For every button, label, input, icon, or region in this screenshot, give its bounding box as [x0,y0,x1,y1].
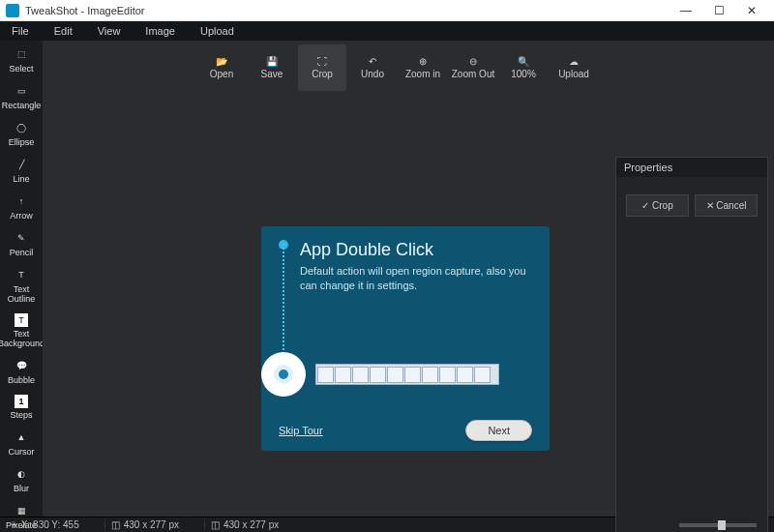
maximize-button[interactable]: ☐ [702,0,735,21]
tool-rectangle[interactable]: ▭Rectangle [0,79,43,116]
line-icon: ╱ [14,157,29,172]
tool-arrow[interactable]: ↑Arrow [0,190,43,226]
save-button[interactable]: 💾Save [248,44,296,91]
tool-blur[interactable]: ◐Blur [0,462,43,499]
pencil-icon: ✎ [14,230,29,246]
tour-title: App Double Click [300,240,532,260]
undo-icon: ↶ [369,56,376,67]
rectangle-icon: ▭ [14,83,29,99]
tool-bubble[interactable]: 💬Bubble [0,354,43,391]
upload-icon: ☁ [569,56,579,67]
text-bg-icon: T [15,313,28,327]
text-outline-icon: T [14,267,29,282]
tool-steps[interactable]: 1Steps [0,391,43,426]
ellipse-icon: ◯ [14,120,29,135]
status-dimensions-1: ◫430 x 277 px [104,519,185,530]
minimize-button[interactable]: — [670,0,702,21]
properties-crop-button[interactable]: ✓ Crop [626,194,689,217]
tool-cursor[interactable]: ▲Cursor [0,426,43,462]
blur-icon: ◐ [14,466,29,482]
arrow-icon: ↑ [14,193,29,209]
window-title: TweakShot - ImageEditor [25,5,670,16]
tour-popup: App Double Click Default action will ope… [261,226,550,451]
select-icon: ⬚ [14,46,29,62]
zoom-thumb[interactable] [718,520,726,530]
cursor-icon: ▲ [14,429,29,445]
tool-pencil[interactable]: ✎Pencil [0,226,43,263]
menu-edit[interactable]: Edit [46,23,80,39]
properties-header: Properties [616,158,767,177]
tour-tray-illustration [315,364,499,385]
save-icon: 💾 [266,56,278,67]
app-icon [6,4,19,17]
tour-body: Default action will open region capture,… [300,264,532,293]
undo-button[interactable]: ↶Undo [348,44,397,91]
canvas-area[interactable]: App Double Click Default action will ope… [43,95,774,517]
tool-line[interactable]: ╱Line [0,153,43,190]
dimensions-icon: ◫ [111,519,120,530]
status-dimensions-2: ◫430 x 277 px [204,519,284,530]
zoom-out-icon: ⊖ [469,56,477,67]
app-tray-icon [274,365,293,384]
skip-tour-link[interactable]: Skip Tour [279,425,323,436]
tour-highlight-circle [261,352,306,397]
tool-text-background[interactable]: TText Background [0,310,43,354]
bubble-icon: 💬 [14,358,29,373]
zoom-out-button[interactable]: ⊖Zoom Out [449,44,497,91]
next-button[interactable]: Next [465,420,532,441]
zoom-slider[interactable] [679,523,757,527]
dimensions-icon: ◫ [211,519,220,530]
menu-upload[interactable]: Upload [193,23,242,39]
steps-icon: 1 [15,395,28,408]
menu-image[interactable]: Image [137,23,183,39]
crop-icon: ⛶ [317,56,327,67]
main-toolbar: 📂Open 💾Save ⛶Crop ↶Undo ⊕Zoom in ⊖Zoom O… [43,41,774,95]
open-icon: 📂 [216,56,227,67]
tool-select[interactable]: ⬚Select [0,43,43,79]
open-button[interactable]: 📂Open [197,44,246,91]
tool-ellipse[interactable]: ◯Ellipse [0,116,43,153]
menu-bar: File Edit View Image Upload [0,21,774,41]
tool-sidebar: ⬚Select ▭Rectangle ◯Ellipse ╱Line ↑Arrow… [0,41,43,517]
menu-view[interactable]: View [90,23,129,39]
zoom-100-button[interactable]: 🔍100% [499,44,548,91]
upload-button[interactable]: ☁Upload [550,44,598,91]
zoom-in-icon: ⊕ [419,56,427,67]
crop-button[interactable]: ⛶Crop [298,44,346,91]
tour-line [283,244,284,369]
close-button[interactable]: ✕ [735,0,768,21]
status-coords: +X: 830 Y: 455 [6,519,85,530]
properties-panel: Properties ✓ Crop ✕ Cancel [615,157,768,532]
zoom-in-button[interactable]: ⊕Zoom in [399,44,447,91]
menu-file[interactable]: File [4,23,37,39]
title-bar: TweakShot - ImageEditor — ☐ ✕ [0,0,774,21]
properties-cancel-button[interactable]: ✕ Cancel [695,194,758,217]
tool-text-outline[interactable]: TText Outline [0,263,43,310]
zoom-100-icon: 🔍 [518,56,529,67]
pixelate-icon: ▦ [14,503,29,518]
crosshair-icon: + [12,519,17,530]
